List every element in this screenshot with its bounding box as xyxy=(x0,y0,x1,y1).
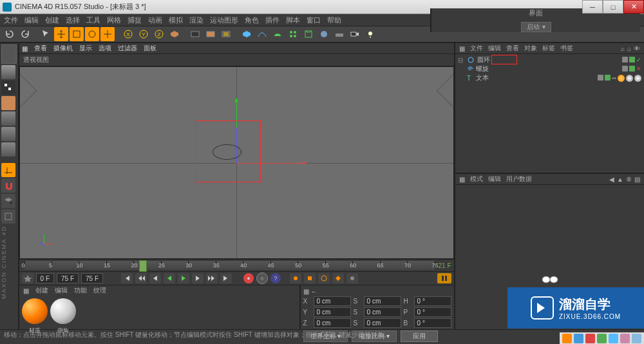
nav-up-icon[interactable]: ▲ xyxy=(617,176,623,183)
tray-icon[interactable] xyxy=(609,334,618,343)
y-axis-toggle[interactable]: Y xyxy=(137,27,151,41)
menu-simulate[interactable]: 模拟 xyxy=(169,15,183,25)
mode-icon[interactable] xyxy=(1,44,17,64)
panel-grip-icon[interactable]: ▦ xyxy=(459,45,465,52)
prev-frame[interactable] xyxy=(149,273,161,283)
soft-select[interactable] xyxy=(1,194,15,208)
timeline-ruler[interactable]: 051015202530354045505560657075 21 F xyxy=(19,259,454,271)
key-pos[interactable] xyxy=(290,273,301,283)
marker-icon[interactable] xyxy=(22,273,33,283)
record-button[interactable]: ● xyxy=(243,273,254,283)
vp-options[interactable]: 选项 xyxy=(99,44,111,53)
deformer-icon[interactable] xyxy=(301,27,316,41)
autokey-button[interactable]: ○ xyxy=(256,272,268,284)
eye-icon[interactable]: 👁 xyxy=(634,45,640,52)
obj-tab-file[interactable]: 文件 xyxy=(470,44,483,53)
select-tool[interactable] xyxy=(39,27,53,41)
prev-key[interactable] xyxy=(135,273,147,283)
layout-dropdown[interactable]: 启动▾ xyxy=(521,22,551,32)
render-view[interactable] xyxy=(188,27,202,41)
array-icon[interactable] xyxy=(286,27,300,41)
maximize-button[interactable]: □ xyxy=(603,0,623,14)
mat-tab-edit[interactable]: 编辑 xyxy=(55,286,68,295)
size-y[interactable]: 0 cm xyxy=(364,307,401,317)
pos-x[interactable]: 0 cm xyxy=(314,296,351,306)
obj-tab-objects[interactable]: 对象 xyxy=(524,44,537,53)
attr-tab-user[interactable]: 用户数据 xyxy=(506,175,532,184)
goto-end[interactable] xyxy=(220,273,232,283)
next-key[interactable] xyxy=(206,273,218,283)
material-item-1[interactable] xyxy=(22,298,48,324)
playhead[interactable] xyxy=(139,260,147,272)
tweak-mode[interactable] xyxy=(1,209,15,224)
play-forward[interactable] xyxy=(178,273,189,283)
object-row-spiral[interactable]: 螺旋 ✕ xyxy=(457,64,643,73)
light-icon[interactable] xyxy=(363,27,377,41)
menu-create[interactable]: 创建 xyxy=(45,15,59,25)
menu-animate[interactable]: 动画 xyxy=(148,15,162,25)
z-axis-toggle[interactable]: Z xyxy=(152,27,166,41)
end-frame-field[interactable]: 75 F xyxy=(57,273,79,283)
start-frame-field[interactable]: 0 F xyxy=(36,273,54,283)
menu-character[interactable]: 角色 xyxy=(245,15,259,25)
menu-window[interactable]: 窗口 xyxy=(307,15,321,25)
size-x[interactable]: 0 cm xyxy=(364,296,401,306)
search-icon[interactable]: ⌕ xyxy=(621,45,625,52)
panel-grip-icon[interactable]: ▦ xyxy=(459,176,465,183)
menu-mesh[interactable]: 网格 xyxy=(107,15,121,25)
vp-view[interactable]: 查看 xyxy=(34,44,47,53)
camera-icon[interactable] xyxy=(348,27,362,41)
move-tool[interactable] xyxy=(54,27,68,41)
pos-y[interactable]: 0 cm xyxy=(314,307,351,317)
key-pla[interactable] xyxy=(346,273,358,283)
tray-icon[interactable] xyxy=(562,334,572,343)
play-backward[interactable] xyxy=(164,273,175,283)
model-mode[interactable] xyxy=(1,65,15,79)
key-scale[interactable] xyxy=(304,273,316,283)
next-frame[interactable] xyxy=(192,273,204,283)
menu-mograph[interactable]: 运动图形 xyxy=(210,15,238,25)
primitive-cube[interactable] xyxy=(240,27,254,41)
viewport-3d[interactable] xyxy=(19,66,454,259)
axis-mode[interactable] xyxy=(1,163,15,177)
point-mode[interactable] xyxy=(1,111,15,126)
environment-icon[interactable] xyxy=(317,27,331,41)
attr-tab-mode[interactable]: 模式 xyxy=(470,175,483,184)
tray-icon[interactable] xyxy=(585,334,595,343)
menu-snap[interactable]: 捕捉 xyxy=(128,15,142,25)
rot-b[interactable]: 0 ° xyxy=(414,318,451,328)
vp-panel[interactable]: 面板 xyxy=(144,44,156,53)
timeline-options[interactable] xyxy=(437,273,451,283)
menu-render[interactable]: 渲染 xyxy=(189,15,204,25)
menu-file[interactable]: 文件 xyxy=(4,15,18,25)
home-icon[interactable]: ⌂ xyxy=(627,45,631,52)
tray-icon[interactable] xyxy=(574,334,583,343)
mat-tab-create[interactable]: 创建 xyxy=(35,286,48,295)
material-tag-icon[interactable] xyxy=(626,75,633,82)
scale-tool[interactable] xyxy=(70,27,84,41)
object-row-circle[interactable]: ⊟ 圆环 ✓ xyxy=(457,55,643,64)
vp-filter[interactable]: 过滤器 xyxy=(118,44,137,53)
nurbs-icon[interactable] xyxy=(270,27,285,41)
obj-tab-view[interactable]: 查看 xyxy=(506,44,519,53)
obj-tab-bookmarks[interactable]: 书签 xyxy=(560,44,573,53)
pos-z[interactable]: 0 cm xyxy=(314,318,351,328)
panel-icon[interactable]: ▦ xyxy=(22,45,28,52)
minimize-button[interactable]: ─ xyxy=(582,0,603,14)
close-button[interactable]: ✕ xyxy=(623,0,644,14)
menu-select[interactable]: 选择 xyxy=(66,15,80,25)
apply-button[interactable]: 应用 xyxy=(401,330,438,342)
material-item-2[interactable] xyxy=(50,298,76,324)
menu-tools[interactable]: 工具 xyxy=(86,15,100,25)
x-axis-toggle[interactable]: X xyxy=(121,27,135,41)
rot-p[interactable]: 0 ° xyxy=(414,307,451,317)
menu-plugins[interactable]: 插件 xyxy=(265,15,279,25)
menu-script[interactable]: 脚本 xyxy=(286,15,300,25)
tray-icon[interactable] xyxy=(620,334,630,343)
snap-toggle[interactable] xyxy=(1,178,15,193)
material-tag-icon[interactable] xyxy=(634,75,641,82)
spline-pen[interactable] xyxy=(255,27,269,41)
render-picture[interactable] xyxy=(204,27,218,41)
edge-mode[interactable] xyxy=(1,127,15,141)
polygon-mode[interactable] xyxy=(1,142,15,157)
